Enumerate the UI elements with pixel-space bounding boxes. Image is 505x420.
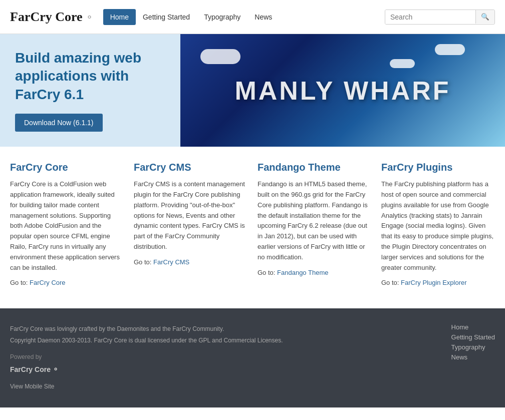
col-farcry-cms: FarCry CMS FarCry CMS is a content manag… [134,162,247,293]
col-plugins: FarCry Plugins The FarCry publishing pla… [381,162,495,293]
hero-image-text: MANLY WHARF [234,76,450,106]
col-fandango-title: Fandango Theme [258,162,371,173]
nav-getting-started[interactable]: Getting Started [136,9,197,25]
content-area: FarCry Core FarCry Core is a ColdFusion … [0,147,505,308]
col-fandango: Fandango Theme Fandango is an HTML5 base… [258,162,371,293]
search-wrapper: 🔍 [385,10,495,25]
col-farcry-cms-body: FarCry CMS is a content management plugi… [134,179,247,252]
footer-link-getting-started[interactable]: Getting Started [451,333,495,341]
cloud-1 [200,49,240,64]
logo[interactable]: FarCry Core ⚬ [10,10,93,25]
footer-powered-icon: ⚬ [53,365,59,373]
footer-powered-label: Powered by [10,351,283,363]
footer-link-typography[interactable]: Typography [451,343,495,351]
hero-text: Build amazing web applications with FarC… [0,34,180,147]
footer-gpl-link[interactable]: GPL [198,337,210,344]
footer-mobile-link[interactable]: View Mobile Site [10,383,55,390]
header: FarCry Core ⚬ Home Getting Started Typog… [0,0,505,34]
footer-powered-name: FarCry Core ⚬ [10,363,283,376]
col-fandango-link[interactable]: Fandango Theme [277,269,328,276]
nav-home[interactable]: Home [103,9,136,25]
nav-typography[interactable]: Typography [197,9,247,25]
col-farcry-core-body: FarCry Core is a ColdFusion web applicat… [10,179,124,273]
col-farcry-core: FarCry Core FarCry Core is a ColdFusion … [10,162,124,293]
footer-credits: FarCry Core was lovingly crafted by the … [10,323,283,335]
col-farcry-cms-link[interactable]: FarCry CMS [153,258,189,266]
col-plugins-goto: Go to: FarCry Plugin Explorer [381,278,495,288]
footer-copyright: Copyright Daemon 2003-2013. FarCry Core … [10,335,283,346]
footer-link-home[interactable]: Home [451,323,495,331]
footer-powered: Powered by FarCry Core ⚬ [10,351,283,376]
col-plugins-body: The FarCry publishing platform has a hos… [381,179,495,273]
col-farcry-core-title: FarCry Core [10,162,124,173]
footer-commercial-link[interactable]: Commercial Licenses [223,337,281,344]
col-farcry-cms-goto: Go to: FarCry CMS [134,257,247,268]
footer-right: Home Getting Started Typography News [451,323,495,392]
hero-image: MANLY WHARF [180,34,505,147]
col-farcry-core-goto: Go to: FarCry Core [10,278,124,288]
col-plugins-link[interactable]: FarCry Plugin Explorer [401,279,467,286]
search-button[interactable]: 🔍 [475,10,494,24]
cloud-2 [435,44,465,55]
footer-left: FarCry Core was lovingly crafted by the … [10,323,283,392]
search-input[interactable] [385,10,475,24]
nav-news[interactable]: News [247,9,279,25]
col-farcry-cms-title: FarCry CMS [134,162,247,173]
footer-link-news[interactable]: News [451,353,495,361]
footer: FarCry Core was lovingly crafted by the … [0,308,505,407]
footer-mobile: View Mobile Site [10,381,283,392]
logo-icon: ⚬ [86,12,93,23]
logo-text: FarCry Core [10,10,83,25]
hero-image-inner: MANLY WHARF [180,34,505,147]
col-fandango-goto: Go to: Fandango Theme [258,268,371,278]
hero: Build amazing web applications with FarC… [0,34,505,147]
col-farcry-core-link[interactable]: FarCry Core [30,279,66,286]
nav: Home Getting Started Typography News [103,9,385,25]
col-fandango-body: Fandango is an HTML5 based theme, built … [258,179,371,262]
hero-title: Build amazing web applications with FarC… [15,49,165,104]
search-icon: 🔍 [481,13,489,21]
col-plugins-title: FarCry Plugins [381,162,495,173]
download-button[interactable]: Download Now (6.1.1) [15,114,103,132]
cloud-3 [390,59,415,68]
